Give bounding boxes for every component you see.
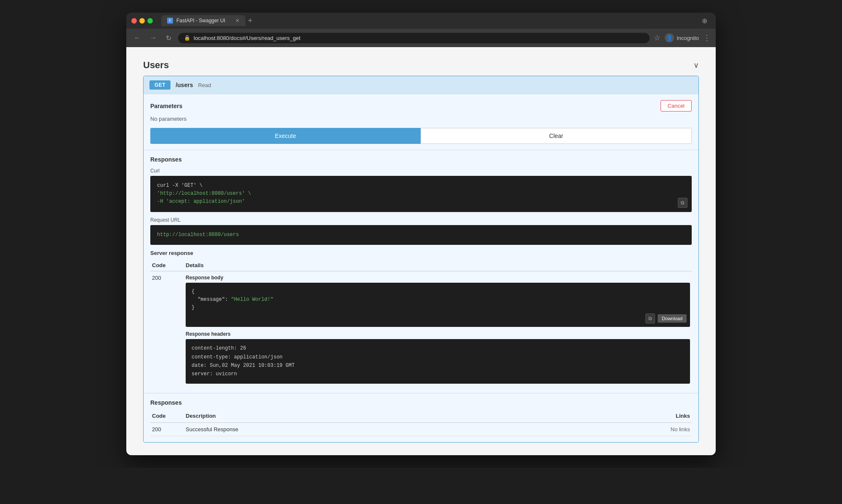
incognito-avatar: 👤: [665, 33, 674, 42]
browser-toolbar: ← → ↻ 🔒 localhost:8080/docs#/Users/read_…: [126, 29, 716, 47]
curl-line-1: curl -X 'GET' \: [157, 182, 685, 190]
response-headers-code: content-length: 26 content-type: applica…: [186, 339, 690, 384]
curl-code-block: curl -X 'GET' \ 'http://localhost:8080/u…: [150, 176, 692, 212]
request-url-code-block: http://localhost:8080/users: [150, 225, 692, 245]
header-content-type: content-type: application/json: [192, 353, 684, 361]
browser-titlebar: F FastAPI - Swagger UI ✕ + ⊕: [126, 13, 716, 29]
responses-table-row: 200 Successful Response No links: [150, 422, 692, 436]
reload-button[interactable]: ↻: [163, 32, 174, 44]
table-links-header: Links: [545, 411, 692, 423]
table-row-code: 200: [150, 422, 184, 436]
new-tab-icon[interactable]: +: [248, 16, 253, 25]
execute-button[interactable]: Execute: [150, 128, 421, 144]
response-code-value: 200: [152, 275, 161, 281]
toolbar-right: ☆ 👤 Incognito ⋮: [654, 33, 711, 42]
response-body-line-2: "message": "Hello World!": [192, 296, 684, 304]
response-headers-label: Response headers: [186, 331, 690, 337]
tab-close-icon[interactable]: ✕: [235, 18, 240, 24]
response-body-line-3: }: [192, 304, 684, 312]
copy-response-button[interactable]: ⧉: [645, 313, 655, 324]
code-column-header: Code: [150, 260, 184, 271]
header-server: server: uvicorn: [192, 370, 684, 378]
responses-bottom-section: Responses Code Description Links 200: [144, 393, 698, 442]
close-button[interactable]: [131, 18, 137, 24]
parameters-section: Parameters Cancel No parameters Execute …: [144, 94, 698, 150]
tab-favicon: F: [167, 18, 173, 24]
endpoint-block: GET /users Read Parameters Cancel No par…: [143, 76, 699, 443]
response-table: Code Details 200 Respo: [150, 260, 692, 387]
action-buttons: Execute Clear: [150, 128, 692, 144]
curl-line-2: 'http://localhost:8080/users' \: [157, 190, 685, 198]
maximize-button[interactable]: [147, 18, 153, 24]
incognito-label: Incognito: [677, 35, 699, 41]
request-url-label: Request URL: [150, 217, 692, 223]
extension-icon: ⊕: [702, 17, 711, 25]
method-badge: GET: [149, 80, 171, 90]
download-button[interactable]: Download: [658, 314, 687, 323]
table-code-header: Code: [150, 411, 184, 423]
section-header: Users ∨: [143, 60, 699, 71]
no-parameters-text: No parameters: [150, 116, 692, 122]
url-text: localhost:8080/docs#/Users/read_users_ge…: [194, 35, 301, 41]
incognito-badge: 👤 Incognito: [665, 33, 699, 42]
browser-tab[interactable]: F FastAPI - Swagger UI ✕: [161, 15, 245, 26]
table-row-description: Successful Response: [186, 426, 238, 432]
tab-title: FastAPI - Swagger UI: [176, 18, 225, 24]
response-row: 200 Response body { "message": "Hello Wo…: [150, 271, 692, 387]
address-bar[interactable]: 🔒 localhost:8080/docs#/Users/read_users_…: [178, 33, 650, 43]
response-body-line-1: {: [192, 288, 684, 296]
responses-bottom-title: Responses: [150, 399, 692, 406]
request-url-value: http://localhost:8080/users: [157, 232, 239, 238]
server-response-label: Server response: [150, 250, 692, 256]
endpoint-header[interactable]: GET /users Read: [144, 76, 698, 94]
forward-button[interactable]: →: [147, 32, 159, 43]
lock-icon: 🔒: [184, 35, 190, 41]
back-button[interactable]: ←: [131, 32, 143, 43]
parameters-header: Parameters Cancel: [150, 100, 692, 111]
parameters-title: Parameters: [150, 103, 182, 109]
tab-bar: F FastAPI - Swagger UI ✕ +: [161, 15, 698, 26]
chevron-down-icon[interactable]: ∨: [693, 61, 699, 70]
request-url-container: Request URL http://localhost:8080/users: [150, 217, 692, 245]
clear-button[interactable]: Clear: [421, 128, 692, 144]
curl-line-3: -H 'accept: application/json': [157, 198, 685, 206]
section-title: Users: [143, 60, 169, 71]
table-description-header: Description: [184, 411, 545, 423]
responses-section: Responses Curl curl -X 'GET' \ 'http://l…: [144, 150, 698, 393]
cancel-button[interactable]: Cancel: [661, 100, 692, 111]
curl-container: Curl curl -X 'GET' \ 'http://localhost:8…: [150, 168, 692, 212]
response-body-label: Response body: [186, 275, 690, 281]
curl-label: Curl: [150, 168, 692, 174]
browser-window: F FastAPI - Swagger UI ✕ + ⊕ ← → ↻ 🔒 loc…: [126, 13, 716, 455]
endpoint-path: /users: [176, 82, 193, 88]
star-icon[interactable]: ☆: [654, 33, 661, 42]
responses-bottom-table: Code Description Links 200 Successful Re…: [150, 411, 692, 436]
copy-curl-button[interactable]: ⧉: [678, 198, 687, 208]
traffic-lights: [131, 18, 153, 24]
header-date: date: Sun,02 May 2021 10:03:19 GMT: [192, 361, 684, 370]
page-content: Users ∨ GET /users Read Parameters Cance…: [126, 47, 716, 455]
response-actions: ⧉ Download: [645, 313, 687, 324]
table-row-links: No links: [545, 422, 692, 436]
menu-icon[interactable]: ⋮: [703, 33, 711, 42]
server-response-container: Server response Code Details 200: [150, 250, 692, 387]
endpoint-description: Read: [198, 82, 211, 88]
response-body-code: { "message": "Hello World!" } ⧉ Download: [186, 283, 690, 327]
responses-title: Responses: [150, 156, 692, 163]
minimize-button[interactable]: [139, 18, 145, 24]
header-content-length: content-length: 26: [192, 344, 684, 353]
details-column-header: Details: [184, 260, 692, 271]
